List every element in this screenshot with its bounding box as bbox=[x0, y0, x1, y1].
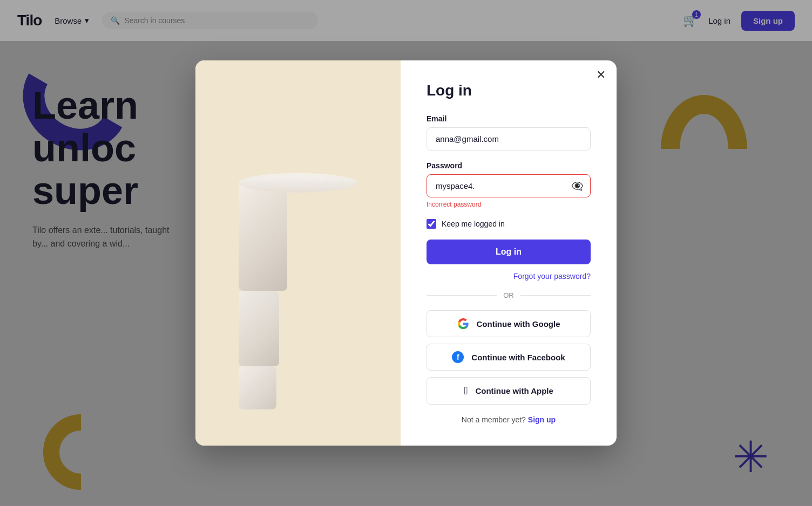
apple-button-label: Continue with Apple bbox=[475, 386, 553, 395]
signup-prompt-text: Not a member yet? bbox=[462, 415, 526, 424]
close-button[interactable]: ✕ bbox=[596, 69, 606, 81]
login-modal: ✕ Log in Email Password 👁‍🗨 Incorrect pa… bbox=[195, 60, 617, 446]
short-cylinder bbox=[239, 366, 276, 409]
login-submit-button[interactable]: Log in bbox=[427, 240, 591, 264]
or-text: OR bbox=[503, 291, 514, 299]
google-icon bbox=[457, 318, 469, 330]
mid-cylinder bbox=[239, 291, 279, 366]
keep-logged-label: Keep me logged in bbox=[442, 220, 505, 228]
facebook-login-button[interactable]: f Continue with Facebook bbox=[427, 344, 591, 371]
or-line-right bbox=[520, 295, 591, 296]
password-label: Password bbox=[427, 161, 591, 170]
password-input[interactable] bbox=[427, 174, 591, 197]
modal-left-panel bbox=[195, 60, 401, 446]
google-login-button[interactable]: Continue with Google bbox=[427, 310, 591, 337]
email-input[interactable] bbox=[427, 127, 591, 151]
signup-prompt: Not a member yet? Sign up bbox=[427, 415, 591, 424]
modal-backdrop: ✕ Log in Email Password 👁‍🗨 Incorrect pa… bbox=[0, 0, 812, 506]
or-line-left bbox=[427, 295, 497, 296]
or-divider: OR bbox=[427, 291, 591, 299]
facebook-button-label: Continue with Facebook bbox=[471, 353, 565, 362]
cylinders-illustration bbox=[239, 183, 357, 323]
password-input-wrap: 👁‍🗨 bbox=[427, 174, 591, 197]
keep-logged-row: Keep me logged in bbox=[427, 219, 591, 229]
password-field-group: Password 👁‍🗨 Incorrect password bbox=[427, 161, 591, 208]
facebook-icon: f bbox=[452, 351, 464, 363]
signup-link[interactable]: Sign up bbox=[528, 415, 556, 424]
apple-login-button[interactable]:  Continue with Apple bbox=[427, 377, 591, 405]
google-button-label: Continue with Google bbox=[477, 319, 560, 329]
apple-icon:  bbox=[464, 385, 468, 397]
email-field-group: Email bbox=[427, 114, 591, 151]
modal-title: Log in bbox=[427, 82, 591, 99]
tall-cylinder bbox=[239, 183, 287, 291]
keep-logged-checkbox[interactable] bbox=[427, 219, 436, 229]
modal-right-panel: ✕ Log in Email Password 👁‍🗨 Incorrect pa… bbox=[401, 60, 617, 446]
email-label: Email bbox=[427, 114, 591, 123]
forgot-password-link[interactable]: Forgot your password? bbox=[427, 272, 591, 281]
password-toggle-icon[interactable]: 👁‍🗨 bbox=[571, 180, 583, 192]
password-error-message: Incorrect password bbox=[427, 201, 591, 208]
